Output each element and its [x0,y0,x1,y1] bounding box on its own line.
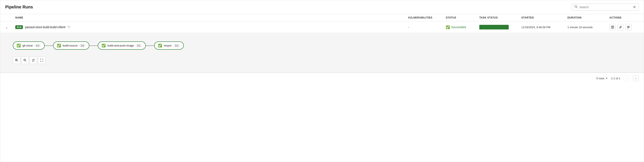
node-count-build-source: 2/2 [79,44,86,47]
node-check-icon-resync: ✅ [158,44,162,48]
plr-badge: PLR [15,25,23,29]
table-container: NAME VULNERABILITIES STATUS TASK STATUS … [0,14,644,72]
node-count-git-clone: 1/1 [34,44,41,47]
expand-cell: ⌄ [5,25,15,29]
page-container: Pipeline Runs ✕ NAME VULNERABILITIES STA… [0,0,644,162]
pipeline-name[interactable]: parasol-store-build-build-n5bml [25,26,66,29]
pagination-next-button[interactable]: › [633,75,639,81]
pipeline-node-resync[interactable]: ✅ resync 1/1 [154,41,184,50]
svg-rect-5 [627,26,630,27]
pipeline-node-build-push[interactable]: ✅ build-and-push-image 1/1 [98,41,146,50]
search-clear-icon[interactable]: ✕ [633,5,636,9]
shield-icon: 🛡 [68,26,70,29]
pipeline-node-git-clone[interactable]: ✅ git-clone 1/1 [13,41,45,50]
col-vulnerabilities: VULNERABILITIES [408,16,446,19]
table-row: ⌄ PLR parasol-store-build-build-n5bml 🛡 … [0,22,644,33]
node-count-resync: 1/1 [174,44,180,47]
svg-line-9 [17,61,18,61]
name-cell: PLR parasol-store-build-build-n5bml 🛡 [15,25,408,29]
footer: 5 rows ▼ 1-1 of 1 ‹ › [0,72,644,84]
rows-dropdown-icon: ▼ [606,77,608,79]
graph-controls [13,56,631,64]
search-container: ✕ [572,4,639,11]
zoom-out-button[interactable] [21,56,29,64]
view-log-button[interactable] [610,24,616,30]
actions-cell [610,24,639,30]
header: Pipeline Runs ✕ [0,0,644,14]
pagination-prev-button[interactable]: ‹ [624,75,630,81]
status-text: Succeeded [451,26,466,29]
search-input[interactable] [580,6,631,9]
col-task-status: TASK STATUS [479,16,521,19]
node-check-icon-git-clone: ✅ [16,44,21,48]
table-header: NAME VULNERABILITIES STATUS TASK STATUS … [0,14,644,22]
pagination-info: 1-1 of 1 [611,77,620,80]
node-check-icon-build-source: ✅ [57,44,61,48]
reset-zoom-button[interactable] [30,56,37,64]
status-cell: ✅ Succeeded [446,25,479,29]
svg-rect-6 [627,27,630,27]
col-expand [5,16,15,19]
node-count-build-push: 1/1 [136,44,142,47]
pipeline-node-build-source[interactable]: ✅ build-source 2/2 [53,41,90,50]
duration-cell: 1 minute 19 seconds [568,26,610,29]
vuln-cell: - [408,26,446,29]
chevron-down-icon[interactable]: ⌄ [5,25,8,29]
node-connector-3 [146,45,154,46]
task-progress-bar [479,25,509,29]
node-label-build-source: build-source [63,44,78,47]
page-title: Pipeline Runs [5,5,33,10]
node-label-build-push: build-and-push-image [108,44,134,47]
task-status-cell [479,25,521,29]
col-status: STATUS [446,16,479,19]
svg-line-13 [26,61,26,61]
rows-label: 5 rows [596,77,604,80]
rows-selector[interactable]: 5 rows ▼ [596,77,608,80]
started-cell: 11/19/2024, 9:46:06 PM [521,26,568,29]
col-duration: DURATION [568,16,610,19]
pipeline-graph-area: ✅ git-clone 1/1 ✅ build-source 2/2 ✅ bui… [0,33,644,72]
node-label-git-clone: git-clone [22,44,33,47]
svg-line-1 [577,7,578,8]
node-check-icon-build-push: ✅ [102,44,106,48]
svg-rect-7 [627,28,629,28]
search-icon [574,5,578,9]
details-button[interactable] [625,24,632,30]
link-button[interactable] [617,24,624,30]
svg-point-4 [612,27,613,27]
fullscreen-button[interactable] [38,56,46,64]
node-connector-1 [45,45,53,46]
col-name: NAME [15,16,408,19]
pipeline-nodes: ✅ git-clone 1/1 ✅ build-source 2/2 ✅ bui… [13,41,631,50]
node-connector-2 [89,45,98,46]
zoom-in-button[interactable] [13,56,20,64]
status-check-icon: ✅ [446,25,450,29]
col-actions: ACTIONS [610,16,639,19]
col-started: STARTED [521,16,568,19]
node-label-resync: resync [164,44,172,47]
